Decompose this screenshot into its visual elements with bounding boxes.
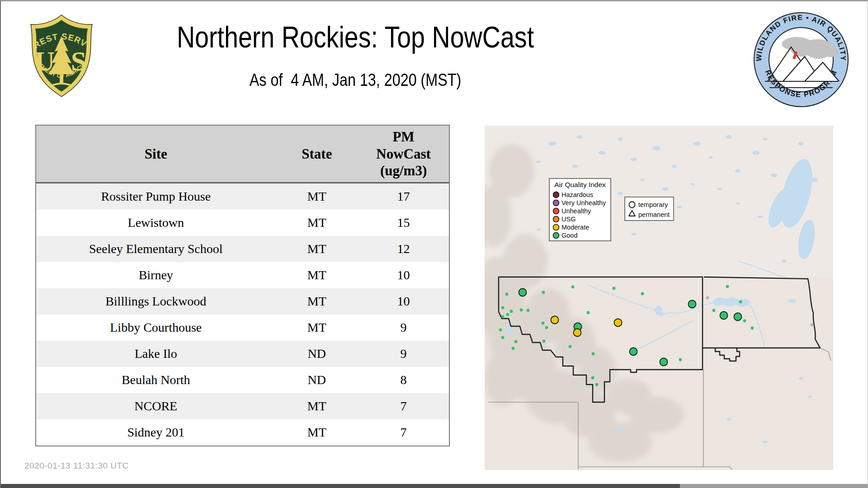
nowcast-cell: 9: [358, 320, 449, 335]
monitor-site-small: [595, 383, 599, 386]
site-cell: Lake Ilo: [36, 347, 276, 361]
monitor-site-small: [592, 352, 595, 356]
site-cell: Beulah North: [36, 373, 276, 387]
legend-dot-unhealthy: [553, 208, 559, 214]
aqi-map: Air Quality Index HazardousVery Unhealth…: [485, 126, 833, 470]
legend-label: Good: [561, 232, 577, 239]
monitor-site-small: [712, 309, 716, 312]
table-row: NCOREMT7: [36, 393, 449, 419]
legend-dot-very-unhealthy: [553, 200, 559, 206]
table-body: Rossiter Pump HouseMT17LewistownMT15Seel…: [36, 183, 449, 446]
monitor-site-small: [510, 310, 513, 313]
state-cell: MT: [276, 425, 359, 440]
generated-timestamp: 2020-01-13 11:31:30 UTC: [24, 461, 129, 471]
state-cell: MT: [276, 189, 359, 204]
state-cell: MT: [276, 216, 359, 230]
monitor-site-small: [514, 340, 518, 343]
column-header-nowcast: PM NowCast (ug/m3): [358, 128, 449, 179]
progress-scrollbar[interactable]: [0, 484, 868, 488]
nowcast-cell: 10: [358, 294, 449, 309]
monitor-site-small: [591, 376, 594, 380]
monitor-site-small: [613, 287, 616, 290]
usfs-logo: FOREST SERVICE U S DEPARTMENT OF AGRICUL…: [25, 13, 98, 101]
legend-label: Moderate: [561, 224, 589, 231]
temporary-marker-icon: [629, 202, 635, 208]
nowcast-cell: 7: [358, 425, 449, 440]
monitor-site-small: [545, 326, 548, 329]
monitor-site-small: [520, 309, 523, 312]
state-cell: MT: [276, 242, 359, 256]
monitor-site-large: [660, 358, 668, 366]
site-cell: Rossiter Pump House: [36, 189, 276, 204]
column-header-site: Site: [36, 146, 276, 162]
monitor-site-large: [614, 319, 622, 327]
aqi-legend: Air Quality Index HazardousVery Unhealth…: [549, 178, 611, 241]
monitor-site-small: [542, 291, 545, 294]
monitor-site-small: [499, 328, 502, 332]
nowcast-table: Site State PM NowCast (ug/m3) Rossiter P…: [35, 125, 450, 446]
monitor-site-small: [501, 336, 505, 339]
monitor-site-large: [519, 289, 527, 296]
state-cell: ND: [276, 347, 359, 361]
monitor-site-small: [506, 313, 509, 316]
monitor-site-large: [689, 300, 696, 308]
nowcast-cell: 9: [358, 347, 449, 361]
page-subtitle: As of 4 AM, Jan 13, 2020 (MST): [231, 71, 480, 89]
monitor-site-small: [743, 319, 746, 323]
monitor-site-small: [751, 327, 754, 330]
monitor-site-small: [501, 306, 505, 310]
monitor-site-small: [505, 293, 509, 296]
state-cell: MT: [276, 294, 359, 309]
wfaqrp-logo: WILDLAND FIRE • AIR QUALITY RESPONSE PRO…: [751, 10, 851, 111]
monitor-site-small: [811, 324, 814, 327]
table-row: Lake IloND9: [36, 341, 449, 367]
monitor-site-small: [501, 315, 505, 319]
site-cell: NCORE: [36, 399, 276, 413]
legend-dot-moderate: [553, 225, 559, 230]
monitor-site-small: [726, 285, 729, 288]
nowcast-cell: 15: [358, 216, 449, 230]
monitor-site-small: [679, 358, 682, 361]
nowcast-cell: 10: [358, 268, 449, 282]
monitor-site-small: [527, 309, 530, 312]
monitor-site-small: [569, 345, 572, 348]
monitor-site-small: [512, 347, 515, 350]
site-cell: Seeley Elementary School: [36, 242, 276, 256]
monitor-site-large: [551, 316, 559, 324]
monitor-site-large: [630, 348, 637, 356]
permanent-label: permanent: [638, 211, 670, 218]
nowcast-cell: 8: [358, 373, 449, 387]
page-title: Northern Rockies: Top NowCast: [140, 22, 571, 52]
monitor-site-small: [542, 322, 545, 325]
nowcast-cell: 17: [358, 189, 449, 204]
legend-label: Hazardous: [561, 191, 593, 198]
monitor-site-large: [734, 313, 742, 321]
temporary-label: temporary: [638, 201, 668, 208]
monitor-site-small: [542, 340, 546, 343]
nowcast-cell: 7: [358, 399, 449, 413]
table-header-row: Site State PM NowCast (ug/m3): [36, 126, 449, 183]
legend-dot-good: [553, 233, 559, 239]
table-row: BirneyMT10: [36, 262, 449, 288]
table-row: Beulah NorthND8: [36, 367, 449, 393]
legend-dot-usg: [553, 216, 559, 222]
monitor-site-small: [571, 286, 575, 289]
table-row: Seeley Elementary SchoolMT12: [36, 236, 449, 262]
monitor-site-large: [720, 312, 728, 319]
nowcast-cell: 12: [358, 242, 449, 256]
site-cell: Sidney 201: [36, 425, 276, 440]
monitor-site-small: [587, 311, 590, 314]
table-row: Billlings LockwoodMT10: [36, 288, 449, 314]
legend-label: Unhealthy: [561, 207, 591, 215]
monitor-site-small: [739, 300, 742, 304]
legend-dot-hazardous: [553, 192, 559, 198]
monitor-site-large: [574, 329, 581, 337]
state-cell: ND: [276, 373, 359, 387]
table-row: Libby CourthouseMT9: [36, 314, 449, 341]
state-cell: MT: [276, 268, 359, 282]
usfs-shield-icon: FOREST SERVICE U S DEPARTMENT OF AGRICUL…: [25, 13, 98, 99]
state-cell: MT: [276, 399, 359, 413]
site-cell: Billlings Lockwood: [36, 294, 276, 309]
wfaqrp-seal-icon: WILDLAND FIRE • AIR QUALITY RESPONSE PRO…: [751, 10, 851, 109]
legend-label: Very Unhealthy: [561, 199, 606, 206]
